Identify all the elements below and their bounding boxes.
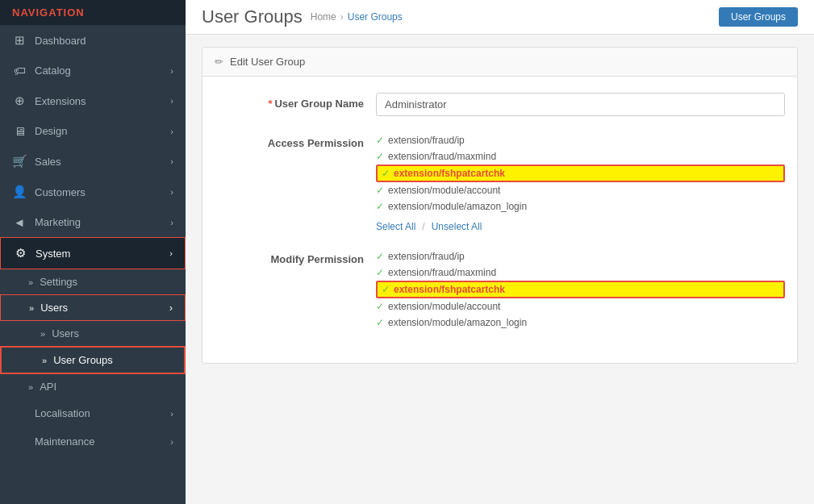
breadcrumb-separator: ›: [340, 11, 344, 23]
content-area: ✏ Edit User Group *User Group Name Acces…: [186, 35, 814, 504]
chevron-right-icon: ›: [169, 248, 173, 258]
breadcrumb-home[interactable]: Home: [311, 11, 336, 23]
required-star: *: [268, 98, 272, 110]
sales-icon: 🛒: [12, 154, 27, 169]
check-icon: ✓: [376, 201, 384, 212]
sidebar-item-label: Dashboard: [35, 35, 86, 47]
breadcrumb-current: User Groups: [348, 11, 403, 23]
chevron-right-icon: ›: [170, 66, 173, 76]
header-tabs: User Groups: [719, 7, 798, 27]
top-header: User Groups Home › User Groups User Grou…: [186, 0, 814, 35]
form-row-access-permission: Access Permission ✓ extension/fraud/ip ✓…: [215, 132, 785, 232]
user-group-name-label: *User Group Name: [215, 93, 376, 110]
panel-heading: ✏ Edit User Group: [202, 48, 797, 77]
chevron-right-icon: ›: [169, 302, 173, 314]
modify-permission-list: ✓ extension/fraud/ip ✓ extension/fraud/m…: [376, 248, 785, 331]
form-row-user-group-name: *User Group Name: [215, 93, 785, 116]
access-permission-item-3: ✓ extension/fshpatcartchk: [376, 165, 785, 182]
chevron-right-icon: ›: [170, 127, 173, 136]
chevron-right-icon: ›: [170, 96, 173, 106]
sidebar-subitem-users[interactable]: » Users ›: [0, 294, 186, 321]
sidebar-item-label: Design: [35, 125, 67, 137]
permission-text: extension/fraud/ip: [388, 251, 465, 262]
edit-icon: ✏: [215, 56, 223, 68]
sidebar-subitem-child-label: User Groups: [53, 354, 113, 366]
permission-text: extension/module/account: [388, 185, 500, 196]
permission-text: extension/fshpatcartchk: [394, 168, 505, 179]
page-title: User Groups: [202, 6, 303, 27]
main-content: User Groups Home › User Groups User Grou…: [186, 0, 814, 504]
bullet-icon: »: [40, 329, 45, 339]
form-row-modify-permission: Modify Permission ✓ extension/fraud/ip ✓…: [215, 248, 785, 331]
sidebar-item-label: Catalog: [35, 65, 71, 77]
bullet-icon: »: [29, 303, 34, 313]
access-permission-label: Access Permission: [215, 132, 376, 149]
breadcrumb: Home › User Groups: [311, 11, 403, 23]
sidebar-item-customers[interactable]: 👤 Customers ›: [0, 177, 186, 207]
sidebar-item-system[interactable]: ⚙ System ›: [0, 237, 186, 269]
bullet-icon: »: [28, 277, 33, 287]
chevron-right-icon: ›: [170, 437, 173, 447]
sidebar-item-label: Marketing: [35, 216, 81, 228]
user-group-name-input[interactable]: [376, 93, 785, 116]
sidebar-item-marketing[interactable]: ◄ Marketing ›: [0, 207, 186, 237]
page-title-area: User Groups Home › User Groups: [202, 6, 403, 27]
sidebar-item-extensions[interactable]: ⊕ Extensions ›: [0, 85, 186, 116]
check-icon: ✓: [376, 135, 384, 146]
marketing-icon: ◄: [12, 215, 27, 229]
permission-text: extension/module/amazon_login: [388, 201, 527, 212]
sidebar-subitem-label: API: [40, 381, 56, 393]
dashboard-icon: ⊞: [12, 33, 27, 48]
check-icon: ✓: [382, 168, 390, 179]
modify-permission-item-1: ✓ extension/fraud/ip: [376, 248, 785, 264]
edit-panel: ✏ Edit User Group *User Group Name Acces…: [202, 47, 798, 364]
check-icon: ✓: [376, 301, 384, 312]
modify-permission-item-5: ✓ extension/module/amazon_login: [376, 314, 785, 331]
chevron-right-icon: ›: [170, 218, 173, 227]
modify-permission-item-4: ✓ extension/module/account: [376, 298, 785, 314]
sidebar-item-label: Extensions: [35, 95, 86, 107]
sidebar-item-maintenance[interactable]: Maintenance ›: [0, 427, 186, 456]
check-icon: ✓: [376, 251, 384, 262]
link-separator: /: [422, 221, 424, 232]
header-tab-user-groups[interactable]: User Groups: [719, 7, 798, 27]
sidebar-subitem-child-user-groups[interactable]: » User Groups: [0, 346, 186, 374]
system-icon: ⚙: [13, 246, 27, 260]
sidebar-item-label: System: [35, 248, 70, 260]
sidebar-item-design[interactable]: 🖥 Design ›: [0, 116, 186, 146]
sidebar: NAVIGATION ⊞ Dashboard 🏷 Catalog › ⊕ Ext…: [0, 0, 186, 504]
access-permission-item-4: ✓ extension/module/account: [376, 182, 785, 198]
sidebar-subitem-settings[interactable]: » Settings: [0, 269, 186, 294]
sidebar-header: NAVIGATION: [0, 0, 186, 25]
chevron-right-icon: ›: [170, 156, 173, 166]
check-icon: ✓: [376, 317, 384, 328]
sidebar-item-label: Maintenance: [35, 435, 94, 448]
sidebar-item-sales[interactable]: 🛒 Sales ›: [0, 146, 186, 177]
check-icon: ✓: [376, 267, 384, 278]
chevron-right-icon: ›: [170, 187, 173, 197]
sidebar-item-label: Localisation: [35, 407, 90, 419]
access-permission-item-2: ✓ extension/fraud/maxmind: [376, 148, 785, 165]
access-unselect-all[interactable]: Unselect All: [432, 221, 482, 232]
design-icon: 🖥: [12, 124, 27, 138]
bullet-icon: »: [42, 356, 47, 365]
access-select-links: Select All / Unselect All: [376, 221, 785, 232]
modify-permission-label: Modify Permission: [215, 248, 376, 265]
permission-text: extension/fraud/maxmind: [388, 267, 496, 278]
extensions-icon: ⊕: [12, 94, 27, 108]
check-icon: ✓: [376, 185, 384, 196]
panel-body: *User Group Name Access Permission ✓ ext…: [202, 77, 797, 363]
sidebar-subitem-child-users[interactable]: » Users: [0, 321, 186, 346]
catalog-icon: 🏷: [12, 64, 27, 77]
permission-text: extension/module/account: [388, 301, 500, 312]
sidebar-item-dashboard[interactable]: ⊞ Dashboard: [0, 25, 186, 56]
sidebar-subitem-child-label: Users: [52, 327, 79, 339]
permission-text: extension/fraud/maxmind: [388, 151, 496, 162]
modify-permission-item-2: ✓ extension/fraud/maxmind: [376, 264, 785, 281]
sidebar-item-localisation[interactable]: Localisation ›: [0, 399, 186, 427]
chevron-right-icon: ›: [170, 409, 173, 419]
access-permission-list: ✓ extension/fraud/ip ✓ extension/fraud/m…: [376, 132, 785, 232]
sidebar-item-catalog[interactable]: 🏷 Catalog ›: [0, 56, 186, 85]
sidebar-subitem-api[interactable]: » API: [0, 374, 186, 399]
access-select-all[interactable]: Select All: [376, 221, 415, 232]
